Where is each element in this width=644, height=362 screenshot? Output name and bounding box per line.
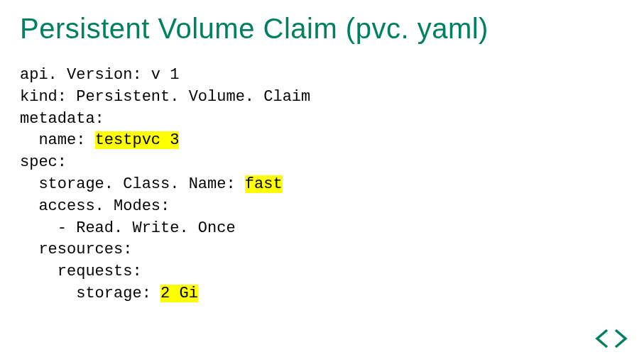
code-line: storage. Class. Name: [20,175,245,193]
code-line: storage: [20,285,160,302]
code-line: spec: [20,153,67,171]
code-line: requests: [20,263,142,280]
highlight-storage: 2 Gi [160,285,198,302]
code-line: name: [20,131,95,149]
highlight-name: testpvc 3 [95,131,180,149]
code-line: api. Version: v 1 [20,66,179,84]
yaml-code-block: api. Version: v 1 kind: Persistent. Volu… [20,65,644,305]
code-line: resources: [20,241,132,258]
code-line: access. Modes: [20,197,170,215]
code-line: metadata: [20,110,104,128]
code-line: - Read. Write. Once [20,219,236,237]
highlight-storageclass: fast [245,175,283,193]
code-line: kind: Persistent. Volume. Claim [20,88,310,106]
code-brackets-icon [594,328,628,352]
slide-title: Persistent Volume Claim (pvc. yaml) [20,13,644,45]
